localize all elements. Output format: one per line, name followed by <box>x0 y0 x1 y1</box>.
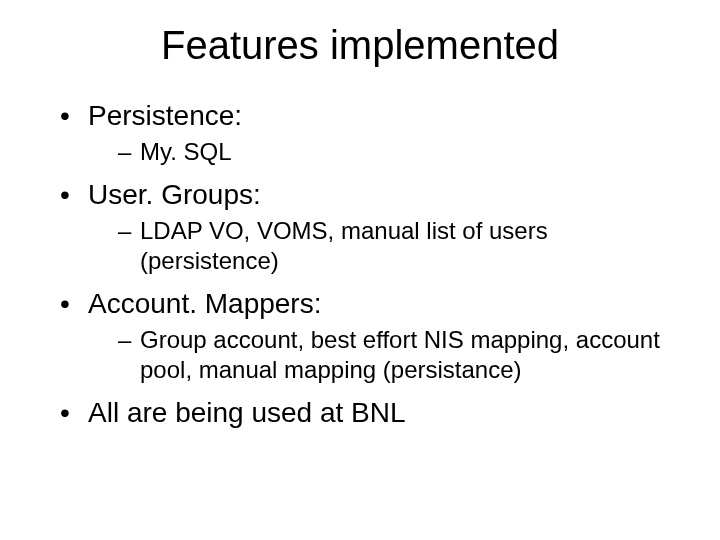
list-item-label: User. Groups: <box>88 179 261 210</box>
sub-list: My. SQL <box>88 137 690 167</box>
sub-list: Group account, best effort NIS mapping, … <box>88 325 690 385</box>
list-item: Persistence: My. SQL <box>60 98 690 167</box>
sub-list: LDAP VO, VOMS, manual list of users (per… <box>88 216 690 276</box>
sub-list-item: Group account, best effort NIS mapping, … <box>118 325 690 385</box>
list-item-label: Account. Mappers: <box>88 288 321 319</box>
sub-list-item: LDAP VO, VOMS, manual list of users (per… <box>118 216 690 276</box>
list-item: User. Groups: LDAP VO, VOMS, manual list… <box>60 177 690 276</box>
list-item: All are being used at BNL <box>60 395 690 430</box>
bullet-list: Persistence: My. SQL User. Groups: LDAP … <box>30 98 690 430</box>
slide-title: Features implemented <box>30 23 690 68</box>
list-item: Account. Mappers: Group account, best ef… <box>60 286 690 385</box>
sub-list-item: My. SQL <box>118 137 690 167</box>
list-item-label: All are being used at BNL <box>88 397 406 428</box>
list-item-label: Persistence: <box>88 100 242 131</box>
slide: Features implemented Persistence: My. SQ… <box>0 0 720 540</box>
